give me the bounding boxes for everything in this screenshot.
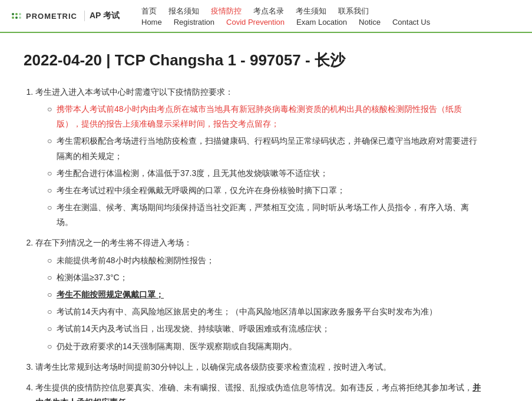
item1-sub1-text: 携带本人考试前48小时内由考点所在城市当地具有新冠肺炎病毒检测资质的机构出具的核… <box>57 104 462 128</box>
item2-sub1-text: 未能提供考前48小时内核酸检测阴性报告； <box>57 256 214 265</box>
list-item: 携带本人考试前48小时内由考点所在城市当地具有新冠肺炎病毒检测资质的机构出具的核… <box>47 102 483 131</box>
logo-prometric: PROMETRIC <box>12 12 77 21</box>
list-item: 考生配合进行体温检测，体温低于37.3度，且无其他发烧咳嗽等不适症状； <box>47 166 483 181</box>
item1-text: 考生进入进入本考试中心时需遵守以下疫情防控要求： <box>35 87 233 97</box>
logo-area: PROMETRIC AP 考试 <box>12 11 141 21</box>
item3-text: 请考生比常规到达考场时间提前30分钟以上，以确保完成各级防疫要求检查流程，按时进… <box>35 362 391 372</box>
list-item: 考生进入进入本考试中心时需遵守以下疫情防控要求： 携带本人考试前48小时内由考点… <box>35 85 483 230</box>
list-item: 考试前14天内及考试当日，出现发烧、持续咳嗽、呼吸困难或有流感症状； <box>47 322 483 336</box>
item1-sub3-text: 考生配合进行体温检测，体温低于37.3度，且无其他发烧咳嗽等不适症状； <box>57 168 328 178</box>
item2-sub3-text: 考生不能按照规定佩戴口罩； <box>57 290 164 299</box>
item4-text: 考生提供的疫情防控信息要真实、准确、未有瞒报、谎报、乱报或伪造信息等情况。如有违… <box>35 383 472 392</box>
item2-text: 存在下列情况之一的考生将不得进入考场： <box>35 238 192 247</box>
nav-contact-en[interactable]: Contact Us <box>392 18 430 26</box>
item2-sub4-text: 考试前14天内有中、高风险地区旅居史的考生；（中高风险地区清单以国家政务服务平台… <box>57 307 437 316</box>
list-item: 考生需积极配合考场进行当地防疫检查，扫描健康码、行程码均呈正常绿码状态，并确保已… <box>47 134 483 163</box>
list-item: 仍处于政府要求的14天强制隔离期、医学观察期或自我隔离期内。 <box>47 339 483 354</box>
nav-registration-en[interactable]: Registration <box>174 18 214 26</box>
item2-sub2-text: 检测体温≥37.3°C； <box>57 273 128 282</box>
item2-sub6-text: 仍处于政府要求的14天强制隔离期、医学观察期或自我隔离期内。 <box>57 342 297 351</box>
nav-contact-zh[interactable]: 联系我们 <box>338 6 369 16</box>
list-item: 存在下列情况之一的考生将不得进入考场： 未能提供考前48小时内核酸检测阴性报告；… <box>35 236 483 353</box>
nav-covid-zh[interactable]: 疫情防控 <box>211 6 242 16</box>
nav-home-en[interactable]: Home <box>141 18 162 26</box>
list-item: 检测体温≥37.3°C； <box>47 270 483 285</box>
main-content: 2022-04-20 | TCP Changsha 1 - 997057 - 长… <box>0 33 507 401</box>
content-body: 考生进入进入本考试中心时需遵守以下疫情防控要求： 携带本人考试前48小时内由考点… <box>24 85 483 401</box>
logo-dots-icon <box>12 13 24 19</box>
item1-sub5-text: 考生在测温、候考、离场期间均须保持适当社交距离，严禁相互交流，同时听从考场工作人… <box>57 203 469 227</box>
item1-sub4-text: 考生在考试过程中须全程佩戴无呼吸阀的口罩，仅允许在身份核验时摘下口罩； <box>57 185 345 195</box>
nav-location-zh[interactable]: 考点名录 <box>253 6 284 16</box>
nav-row-en: Home Registration Covid Prevention Exam … <box>141 18 430 26</box>
page-title: 2022-04-20 | TCP Changsha 1 - 997057 - 长… <box>24 51 483 71</box>
list-item: 未能提供考前48小时内核酸检测阴性报告； <box>47 253 483 268</box>
nav-location-en[interactable]: Exam Location <box>296 18 347 26</box>
nav-notice-en[interactable]: Notice <box>359 18 381 26</box>
list-item: 考生提供的疫情防控信息要真实、准确、未有瞒报、谎报、乱报或伪造信息等情况。如有违… <box>35 380 483 401</box>
nav-notice-zh[interactable]: 考生须知 <box>296 6 326 16</box>
list-item: 考试前14天内有中、高风险地区旅居史的考生；（中高风险地区清单以国家政务服务平台… <box>47 304 483 319</box>
header: PROMETRIC AP 考试 首页 报名须知 疫情防控 考点名录 考生须知 联… <box>0 0 532 33</box>
nav-row-zh: 首页 报名须知 疫情防控 考点名录 考生须知 联系我们 <box>141 6 430 16</box>
item2-sub5-text: 考试前14天内及考试当日，出现发烧、持续咳嗽、呼吸困难或有流感症状； <box>57 324 330 333</box>
main-nav: 首页 报名须知 疫情防控 考点名录 考生须知 联系我们 Home Registr… <box>141 6 430 26</box>
list-item: 请考生比常规到达考场时间提前30分钟以上，以确保完成各级防疫要求检查流程，按时进… <box>35 360 483 375</box>
list-item: 考生在测温、候考、离场期间均须保持适当社交距离，严禁相互交流，同时听从考场工作人… <box>47 200 483 230</box>
list-item: 考生不能按照规定佩戴口罩； <box>47 287 483 302</box>
prometric-logo-text: PROMETRIC <box>26 12 77 21</box>
nav-home-zh[interactable]: 首页 <box>141 6 157 16</box>
list-item: 考生在考试过程中须全程佩戴无呼吸阀的口罩，仅允许在身份核验时摘下口罩； <box>47 183 483 198</box>
nav-registration-zh[interactable]: 报名须知 <box>168 6 199 16</box>
nav-covid-en[interactable]: Covid Prevention <box>226 18 285 26</box>
item1-sub2-text: 考生需积极配合考场进行当地防疫检查，扫描健康码、行程码均呈正常绿码状态，并确保已… <box>57 136 477 160</box>
ap-exam-logo-text: AP 考试 <box>84 11 120 21</box>
